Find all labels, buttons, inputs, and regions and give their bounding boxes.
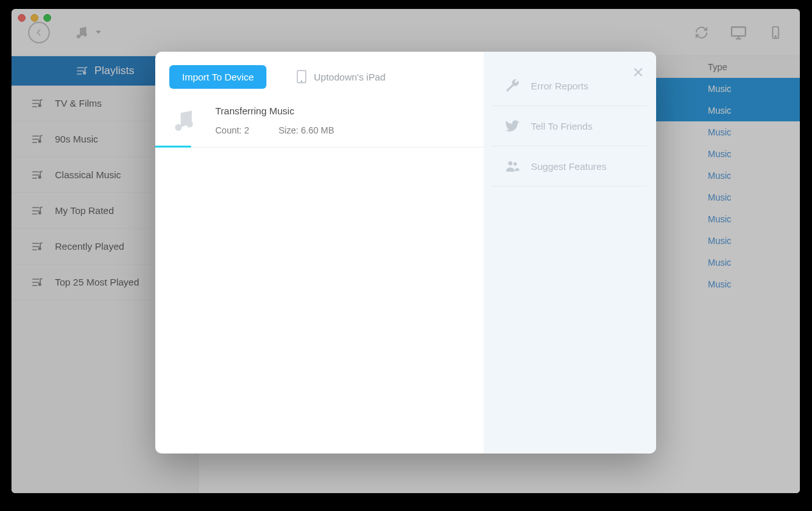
transfer-count: Count: 2 [215, 125, 249, 135]
transfer-title: Transferring Music [215, 105, 334, 116]
tablet-icon [296, 70, 307, 84]
modal-action-people[interactable]: Suggest Features [493, 146, 647, 187]
app-window: Playlists TV & Films90s MusicClassical M… [11, 9, 800, 493]
svg-point-13 [302, 81, 302, 82]
modal-sidebar: Error ReportsTell To FriendsSuggest Feat… [484, 52, 656, 454]
modal-main: Import To Device Uptodown's iPad Transfe… [155, 52, 484, 454]
svg-point-16 [509, 161, 513, 165]
device-name: Uptodown's iPad [314, 72, 385, 82]
svg-point-15 [187, 121, 194, 128]
modal-action-twitter[interactable]: Tell To Friends [493, 106, 647, 146]
transfer-progress-bar [155, 146, 191, 148]
action-label: Tell To Friends [531, 121, 592, 132]
twitter-icon [504, 118, 521, 134]
close-icon [632, 66, 645, 79]
people-icon [504, 158, 521, 174]
import-to-device-button[interactable]: Import To Device [169, 65, 266, 89]
modal-header: Import To Device Uptodown's iPad [155, 52, 484, 102]
music-note-icon [171, 107, 197, 134]
wrench-icon [504, 77, 521, 94]
modal-close-button[interactable] [632, 66, 645, 79]
modal-action-wrench[interactable]: Error Reports [493, 66, 647, 106]
svg-point-14 [175, 124, 182, 131]
transfer-status: Transferring Music Count: 2 Size: 6.60 M… [155, 102, 484, 148]
svg-point-17 [514, 162, 517, 165]
target-device[interactable]: Uptodown's iPad [296, 70, 385, 84]
transfer-size: Size: 6.60 MB [279, 125, 334, 135]
action-label: Suggest Features [531, 161, 606, 172]
import-modal: Import To Device Uptodown's iPad Transfe… [155, 52, 656, 454]
action-label: Error Reports [531, 80, 588, 91]
